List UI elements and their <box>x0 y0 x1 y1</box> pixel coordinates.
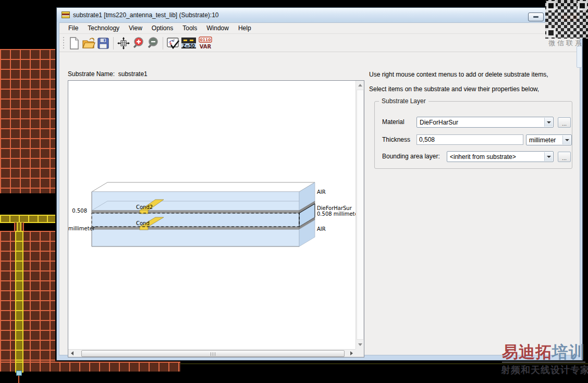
substrate-layer-group: Substrate Layer Material DieForHarSur ..… <box>374 101 572 169</box>
substrate-check-icon: rf <box>166 36 180 50</box>
brand-accent: 培训 <box>552 343 585 361</box>
material-combobox[interactable]: DieForHarSur <box>416 117 554 128</box>
qr-code-watermark <box>545 0 588 39</box>
var-button[interactable]: 0110 VAR <box>197 36 214 51</box>
new-button[interactable] <box>67 36 81 51</box>
hint-select-items: Select items on the substrate and view t… <box>369 85 539 93</box>
pan-grid-icon <box>117 36 130 50</box>
menu-item-technology[interactable]: Technology <box>83 23 124 33</box>
menu-item-window[interactable]: Window <box>202 23 234 33</box>
substrate-name-value: substrate1 <box>118 70 148 78</box>
layer-dieforharsur[interactable] <box>92 213 299 227</box>
cond-label: Cond <box>136 220 150 226</box>
brand-main: 易迪拓 <box>502 343 552 361</box>
window-title: substrate1 [tms220_antenna_test_lib] (Su… <box>73 11 219 19</box>
thickness-unit-value: millimeter <box>529 137 556 144</box>
substrate-name-caption: Substrate Name: substrate1 <box>68 70 148 78</box>
bounding-more-button[interactable]: ... <box>558 152 571 162</box>
qr-caption: 微信联系 <box>548 39 588 48</box>
new-document-icon <box>68 37 80 50</box>
toolbar: rf Z=50 0110 VAR <box>59 34 580 52</box>
background-port-lead <box>18 376 19 383</box>
z50-substrate-button[interactable]: Z=50 <box>180 36 197 51</box>
cond2-label: Cond2 <box>136 204 153 210</box>
zoom-out-icon <box>146 36 160 50</box>
air-bottom-label: AIR <box>317 226 326 232</box>
hint-add-delete: Use right mouse context menus to add or … <box>369 71 548 78</box>
substrate-name-label: Substrate Name: <box>68 70 115 78</box>
substrate-check-button[interactable]: rf <box>166 36 180 51</box>
background-ground-mesh-row <box>0 362 180 372</box>
open-button[interactable] <box>81 36 96 51</box>
scroll-left-icon[interactable] <box>71 351 74 355</box>
open-folder-icon <box>82 38 95 49</box>
interface-cond[interactable] <box>92 227 299 229</box>
bounding-label: Bounding area layer: <box>382 153 440 160</box>
horizontal-scrollbar-thumb[interactable] <box>81 350 345 357</box>
die-thickness-label: 0.508 millimeter <box>317 211 356 217</box>
material-label: Material <box>382 118 405 126</box>
thickness-input[interactable] <box>416 134 523 145</box>
brand-divider <box>502 362 585 363</box>
menu-item-file[interactable]: File <box>64 23 83 33</box>
background-feed-stub <box>14 223 24 231</box>
zoom-in-button[interactable] <box>131 36 145 51</box>
substrate-app-icon <box>62 11 70 18</box>
bounding-dropdown-icon[interactable] <box>544 152 553 161</box>
background-ground-mesh-top <box>0 49 55 193</box>
background-port-marker <box>16 370 22 376</box>
title-bar[interactable]: substrate1 [tms220_antenna_test_lib] (Su… <box>57 8 582 22</box>
qr-finder-icon <box>546 28 556 38</box>
group-title: Substrate Layer <box>379 97 428 105</box>
brand-watermark: 易迪拓培训 <box>502 341 585 363</box>
air-top-face[interactable] <box>92 182 315 192</box>
scroll-up-icon[interactable] <box>358 84 362 87</box>
qr-finder-icon <box>578 1 587 10</box>
side-scrollbar-thumb[interactable] <box>577 46 582 68</box>
qr-finder-icon <box>546 1 556 10</box>
thickness-unit-dropdown-icon[interactable] <box>562 135 571 144</box>
vertical-scrollbar-thumb[interactable] <box>357 90 364 340</box>
die-name-label: DieForHarSur <box>317 205 352 211</box>
background-ground-mesh-bottom <box>0 231 55 362</box>
toolbar-separator <box>113 37 114 50</box>
save-button[interactable] <box>96 36 111 51</box>
material-more-button[interactable]: ... <box>558 117 571 128</box>
menu-item-view[interactable]: View <box>124 23 147 33</box>
scroll-down-icon[interactable] <box>358 343 362 346</box>
background-vertical-trace <box>15 231 23 362</box>
zoom-in-icon <box>131 36 145 50</box>
bounding-value: <inherit from substrate> <box>450 153 516 160</box>
dim-unit-label: millimeter <box>68 226 95 231</box>
svg-text:VAR: VAR <box>200 44 212 50</box>
layer-air-lower[interactable] <box>92 229 299 246</box>
menu-bar: File Technology View Options Tools Windo… <box>59 23 580 34</box>
window-body: File Technology View Options Tools Windo… <box>59 22 580 355</box>
thickness-label: Thickness <box>382 136 410 143</box>
svg-text:0110: 0110 <box>200 38 211 42</box>
menu-item-help[interactable]: Help <box>234 23 256 33</box>
menu-item-options[interactable]: Options <box>147 23 178 33</box>
background-horizontal-trace <box>0 215 55 223</box>
menu-item-tools[interactable]: Tools <box>178 23 202 33</box>
horizontal-scrollbar[interactable] <box>68 349 356 357</box>
zoom-out-button[interactable] <box>145 36 160 51</box>
minimize-button[interactable] <box>528 13 544 21</box>
interface-cond2[interactable] <box>92 211 299 213</box>
substrate-editor-window: substrate1 [tms220_antenna_test_lib] (Su… <box>56 7 583 361</box>
save-floppy-icon <box>97 38 109 49</box>
material-dropdown-icon[interactable] <box>544 118 553 127</box>
svg-text:Z=50: Z=50 <box>182 44 195 48</box>
thickness-unit-combobox[interactable]: millimeter <box>526 134 572 145</box>
minimize-icon <box>533 16 538 18</box>
toolbar-drag-handle-icon[interactable] <box>63 37 65 50</box>
scrollbar-corner <box>356 349 364 357</box>
vertical-scrollbar[interactable] <box>356 81 364 349</box>
fit-view-button[interactable] <box>116 36 131 51</box>
air-top-label: AIR <box>317 189 326 195</box>
toolbar-separator <box>163 37 163 50</box>
substrate-canvas[interactable]: Cond2 Cond 0.508 millimeter AIR DieForHa… <box>68 81 356 349</box>
var-icon: 0110 VAR <box>198 36 213 50</box>
scroll-right-icon[interactable] <box>350 351 353 355</box>
bounding-combobox[interactable]: <inherit from substrate> <box>447 151 554 162</box>
